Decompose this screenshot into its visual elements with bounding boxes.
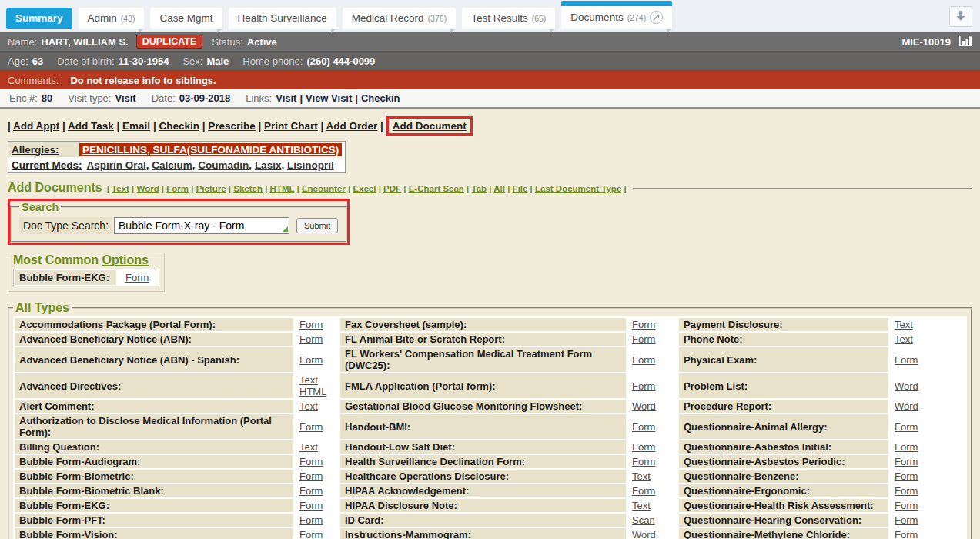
doc-link-form[interactable]: Form [895, 485, 918, 497]
tab-label: Documents [570, 12, 623, 23]
doc-link-scan[interactable]: Scan [632, 514, 655, 526]
tab-documents[interactable]: Documents(274) [561, 6, 672, 29]
doc-link-form[interactable]: Form [632, 441, 655, 453]
enc-links-label: Links: [246, 92, 272, 104]
doc-link-form[interactable]: Form [299, 333, 323, 345]
action-add-document[interactable]: Add Document [393, 120, 467, 132]
doc-type-search-input[interactable] [114, 217, 289, 234]
doc-link-form[interactable]: Form [895, 441, 918, 453]
action-add-order[interactable]: Add Order [326, 120, 378, 132]
doc-create-link-text[interactable]: Text [112, 184, 129, 193]
download-button[interactable] [949, 6, 972, 27]
doc-link-text[interactable]: Text [299, 400, 318, 412]
tab-case-mgmt[interactable]: Case Mgmt [150, 8, 222, 29]
doc-link-form[interactable]: Form [895, 514, 918, 526]
tab-summary[interactable]: Summary [6, 8, 72, 29]
doc-link-form[interactable]: Form [895, 421, 918, 433]
doc-link-form[interactable]: Form [632, 485, 655, 497]
doc-link-form[interactable]: Form [632, 456, 655, 467]
doc-create-link-file[interactable]: File [513, 184, 528, 193]
med-link-calcium[interactable]: Calcium [152, 159, 192, 171]
doc-link-form[interactable]: Form [299, 514, 323, 526]
action-prescribe[interactable]: Prescribe [208, 120, 256, 132]
table-row: Bubble Form-Biometric:FormHealthcare Ope… [15, 470, 965, 483]
doc-create-link-encounter[interactable]: Encounter [302, 184, 346, 193]
doc-link-cell: TextHTML [295, 373, 339, 398]
med-link-aspirin-oral[interactable]: Aspirin Oral [87, 159, 146, 171]
enc-link-view-visit[interactable]: View Visit [306, 92, 352, 104]
doc-link-form[interactable]: Form [632, 421, 655, 433]
tab-medical-record[interactable]: Medical Record(376) [343, 8, 456, 29]
doc-link-form[interactable]: Form [632, 380, 655, 392]
doc-link-form[interactable]: Form [632, 333, 655, 345]
doc-create-link-last-document-type[interactable]: Last Document Type [535, 184, 621, 193]
doc-link-form[interactable]: Form [299, 529, 323, 539]
doc-create-link-pdf[interactable]: PDF [383, 184, 401, 193]
med-link-lisinopril[interactable]: Lisinopril [287, 159, 334, 171]
enc-link-checkin[interactable]: Checkin [361, 92, 400, 104]
patient-status: Active [247, 36, 277, 48]
doc-link-form[interactable]: Form [299, 485, 323, 497]
doc-link-text[interactable]: Text [299, 374, 318, 386]
doc-link-form[interactable]: Form [299, 456, 323, 467]
doc-link-text[interactable]: Text [632, 500, 651, 511]
enc-link-visit[interactable]: Visit [276, 92, 296, 104]
current-meds-link[interactable]: Current Meds: [12, 159, 82, 171]
doc-create-link-html[interactable]: HTML [270, 184, 295, 193]
tab-label: Test Results [471, 12, 528, 24]
doc-link-form[interactable]: Form [299, 470, 323, 482]
doc-link-form[interactable]: Form [632, 354, 655, 366]
allergies-value[interactable]: PENICILLINS, SULFA(SULFONAMIDE ANTIBIOTI… [79, 143, 342, 156]
submit-button[interactable]: Submit [296, 218, 338, 233]
doc-link-word[interactable]: Word [632, 400, 656, 412]
allergies-label: Allergies: [8, 142, 79, 157]
doc-create-link-all[interactable]: All [493, 184, 505, 193]
tab-admin[interactable]: Admin(43) [79, 8, 145, 29]
doc-link-form[interactable]: Form [895, 354, 918, 366]
bar-chart-icon[interactable] [958, 35, 972, 49]
med-link-coumadin[interactable]: Coumadin [198, 159, 249, 171]
table-row: Bubble Form-Audiogram:FormHealth Surveil… [15, 455, 965, 468]
doc-link-word[interactable]: Word [895, 400, 918, 412]
doc-link-form[interactable]: Form [895, 470, 918, 482]
doc-link-html[interactable]: HTML [299, 386, 326, 397]
action-add-appt[interactable]: Add Appt [13, 120, 59, 132]
tab-health-surveillance[interactable]: Health Surveillance [229, 8, 336, 29]
doc-link-form[interactable]: Form [299, 500, 323, 511]
enc-number: 80 [42, 92, 52, 104]
doc-link-form[interactable]: Form [299, 421, 323, 433]
doc-create-link-sketch[interactable]: Sketch [233, 184, 263, 193]
doc-create-link-tab[interactable]: Tab [472, 184, 487, 193]
doc-link-form[interactable]: Form [895, 529, 918, 539]
doc-link-word[interactable]: Word [895, 380, 918, 392]
doc-link-form[interactable]: Form [895, 456, 918, 467]
doc-link-form[interactable]: Form [895, 500, 918, 511]
duplicate-badge[interactable]: DUPLICATE [136, 35, 203, 49]
doc-link-cell: Form [890, 528, 965, 539]
doc-create-link-picture[interactable]: Picture [196, 184, 226, 193]
med-link-lasix[interactable]: Lasix [255, 159, 282, 171]
doc-link-text[interactable]: Text [895, 333, 913, 345]
doc-link-form[interactable]: Form [299, 354, 323, 366]
popout-icon[interactable] [650, 11, 663, 24]
tab-test-results[interactable]: Test Results(65) [462, 8, 555, 29]
doc-create-link-excel[interactable]: Excel [353, 184, 376, 193]
doc-type-label-gestational-blood-glucose-monitoring-flowsheet: Gestational Blood Glucose Monitoring Flo… [340, 400, 626, 413]
doc-link-text[interactable]: Text [895, 319, 913, 330]
patient-sex: Male [206, 55, 229, 67]
doc-create-link-e-chart-scan[interactable]: E-Chart Scan [409, 184, 464, 193]
doc-link-word[interactable]: Word [632, 529, 656, 539]
most-common-options-link[interactable]: Options [102, 253, 149, 266]
allergies-link[interactable]: Allergies: [12, 144, 59, 156]
doc-link-form[interactable]: Form [125, 272, 149, 283]
doc-link-text[interactable]: Text [299, 441, 318, 453]
action-print-chart[interactable]: Print Chart [264, 120, 318, 132]
doc-link-text[interactable]: Text [632, 470, 651, 482]
doc-link-form[interactable]: Form [632, 319, 655, 330]
doc-link-form[interactable]: Form [299, 319, 323, 330]
action-email[interactable]: Email [122, 120, 150, 132]
doc-create-link-form[interactable]: Form [166, 184, 189, 193]
action-add-task[interactable]: Add Task [68, 120, 114, 132]
action-checkin[interactable]: Checkin [159, 120, 199, 132]
doc-create-link-word[interactable]: Word [137, 184, 159, 193]
